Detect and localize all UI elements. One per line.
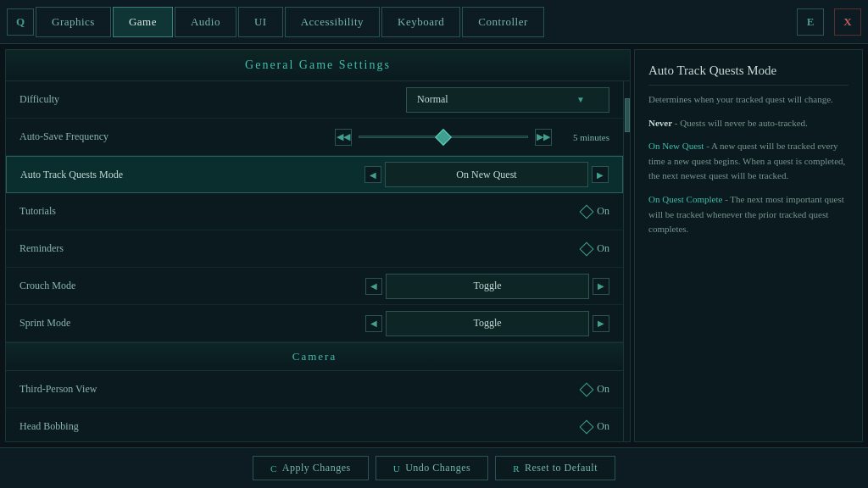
sprint-selector: ◀ Toggle ▶	[365, 311, 609, 336]
right-panel-never: Never - Quests will never be auto-tracke…	[648, 116, 849, 131]
setting-sprint: Sprint Mode ◀ Toggle ▶	[6, 305, 623, 342]
diamond-icon	[580, 204, 594, 219]
sprint-right-btn[interactable]: ▶	[593, 315, 609, 332]
right-panel-on-new-quest: On New Quest - A new quest will be track…	[648, 139, 849, 184]
sprint-left-btn[interactable]: ◀	[365, 315, 382, 332]
tab-audio[interactable]: Audio	[175, 7, 236, 37]
chevron-down-icon: ▼	[576, 95, 585, 104]
panel-header: General Game Settings	[6, 50, 630, 81]
vertical-scrollbar[interactable]	[623, 81, 630, 442]
reset-to-default-button[interactable]: R Reset to Default	[495, 456, 615, 480]
toggle-right-btn[interactable]: ▶	[592, 166, 609, 183]
nav-icon-q: Q	[7, 8, 34, 36]
auto-track-selector: ◀ On New Quest ▶	[364, 162, 609, 187]
tab-game[interactable]: Game	[113, 7, 173, 37]
setting-reminders: Reminders On	[6, 230, 623, 268]
slider-thumb	[435, 129, 452, 146]
autosave-slider[interactable]	[359, 136, 528, 138]
setting-crouch: Crouch Mode ◀ Toggle ▶	[6, 268, 623, 305]
slider-right-arrow[interactable]: ▶▶	[535, 129, 552, 146]
top-nav: Q Graphics Game Audio UI Accessibility K…	[0, 0, 868, 44]
crouch-right-btn[interactable]: ▶	[593, 278, 609, 295]
left-panel: General Game Settings Difficulty Normal …	[5, 49, 631, 442]
setting-head-bobbing: Head Bobbing On	[6, 408, 623, 442]
setting-autosave: Auto-Save Frequency ◀◀ ▶▶ 5 minutes	[6, 119, 623, 156]
right-panel-on-quest-complete: On Quest Complete - The next most import…	[648, 192, 849, 237]
setting-tutorials: Tutorials On	[6, 193, 623, 230]
close-button[interactable]: X	[834, 8, 861, 36]
tab-controller[interactable]: Controller	[462, 7, 543, 37]
scrollbar-thumb[interactable]	[625, 98, 630, 132]
main-area: General Game Settings Difficulty Normal …	[0, 44, 868, 447]
sprint-value: Toggle	[386, 311, 589, 336]
diamond-icon	[580, 382, 594, 396]
tab-graphics[interactable]: Graphics	[36, 7, 111, 37]
nav-icon-e: E	[797, 8, 824, 36]
tab-ui[interactable]: UI	[238, 7, 283, 37]
difficulty-dropdown[interactable]: Normal ▼	[406, 87, 609, 113]
crouch-selector: ◀ Toggle ▶	[365, 274, 609, 299]
tutorials-toggle[interactable]: On	[581, 205, 609, 218]
right-panel: Auto Track Quests Mode Determines when y…	[634, 49, 863, 442]
undo-changes-button[interactable]: U Undo Changes	[376, 456, 488, 480]
head-bobbing-toggle[interactable]: On	[581, 420, 609, 433]
third-person-toggle[interactable]: On	[581, 383, 609, 396]
diamond-icon	[580, 419, 594, 434]
right-panel-description: Determines when your tracked quest will …	[648, 92, 849, 108]
bottom-bar: C Apply Changes U Undo Changes R Reset t…	[0, 447, 868, 488]
camera-section-header: Camera	[6, 342, 623, 371]
setting-auto-track: Auto Track Quests Mode ◀ On New Quest ▶	[6, 156, 623, 193]
tab-keyboard[interactable]: Keyboard	[381, 7, 460, 37]
reminders-toggle[interactable]: On	[581, 242, 609, 255]
difficulty-dropdown-area: Normal ▼	[406, 87, 609, 113]
right-panel-title: Auto Track Quests Mode	[648, 64, 849, 86]
toggle-left-btn[interactable]: ◀	[364, 166, 381, 183]
setting-third-person: Third-Person View On	[6, 371, 623, 408]
diamond-icon	[580, 241, 594, 256]
crouch-left-btn[interactable]: ◀	[365, 278, 382, 295]
apply-changes-button[interactable]: C Apply Changes	[253, 456, 369, 480]
tab-accessibility[interactable]: Accessibility	[285, 7, 380, 37]
setting-difficulty: Difficulty Normal ▼	[6, 81, 623, 119]
slider-left-arrow[interactable]: ◀◀	[335, 129, 352, 146]
crouch-value: Toggle	[386, 274, 589, 299]
autosave-slider-area: ◀◀ ▶▶ 5 minutes	[335, 129, 609, 146]
auto-track-value: On New Quest	[385, 162, 588, 187]
settings-content: Difficulty Normal ▼ Auto-Save Frequency …	[6, 81, 623, 442]
